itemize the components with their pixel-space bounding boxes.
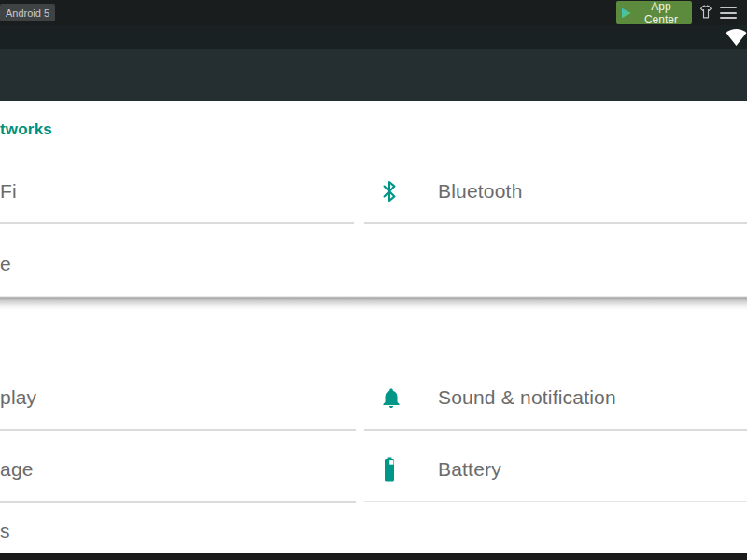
app-center-label: App Center: [636, 0, 686, 26]
tile-sound-notification[interactable]: Sound & notification: [364, 365, 747, 429]
settings-actionbar: [0, 49, 747, 101]
navigation-bar-edge: [0, 553, 747, 560]
hamburger-menu-icon[interactable]: [720, 7, 737, 19]
tile-wifi[interactable]: Fi: [0, 159, 354, 223]
tile-apps[interactable]: s: [0, 509, 356, 553]
data-usage-label: e: [0, 253, 11, 275]
wifi-label: Fi: [0, 180, 17, 203]
section-separator: [0, 296, 747, 310]
tile-display[interactable]: play: [0, 365, 356, 429]
divider: [364, 429, 747, 431]
bluetooth-icon: [380, 179, 399, 203]
tile-bluetooth[interactable]: Bluetooth: [364, 159, 747, 223]
tile-battery[interactable]: Battery: [364, 437, 747, 501]
divider: [0, 222, 354, 224]
apps-label: s: [0, 520, 10, 542]
tile-data-usage[interactable]: e: [0, 231, 354, 296]
bluetooth-label: Bluetooth: [438, 180, 523, 203]
device-tab[interactable]: Android 5: [0, 4, 55, 21]
divider: [364, 222, 747, 224]
divider: [0, 429, 356, 431]
settings-content: tworks Fi Bluetooth e play: [0, 101, 747, 553]
tile-storage[interactable]: age: [0, 437, 356, 501]
device-tab-label: Android 5: [6, 7, 49, 19]
tshirt-icon[interactable]: [697, 4, 715, 21]
emulator-window: Android 5 App Center tworks: [0, 0, 747, 560]
battery-icon: [380, 456, 399, 482]
divider: [364, 501, 747, 502]
play-triangle-icon: [622, 7, 631, 19]
emulator-titlebar: Android 5 App Center: [0, 0, 747, 25]
sound-notification-label: Sound & notification: [438, 386, 616, 409]
bell-icon: [380, 385, 402, 410]
app-center-button[interactable]: App Center: [616, 1, 692, 24]
display-label: play: [0, 386, 36, 409]
divider: [0, 501, 356, 503]
wifi-icon: [726, 29, 747, 49]
section-header-wireless-networks: tworks: [0, 120, 52, 139]
storage-label: age: [0, 458, 34, 481]
battery-label: Battery: [438, 458, 501, 481]
android-statusbar: [0, 25, 747, 49]
